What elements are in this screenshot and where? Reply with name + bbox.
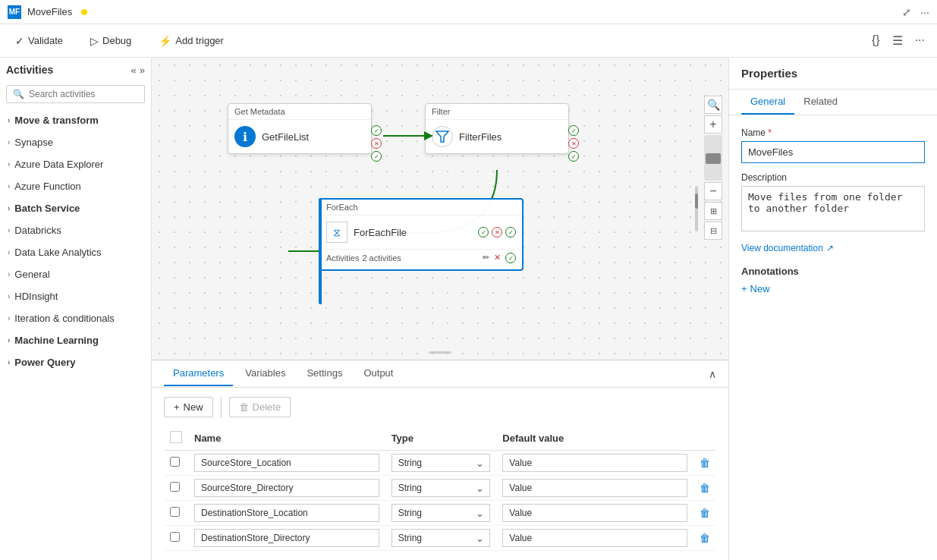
complete-indicator: ✓ <box>505 227 516 238</box>
code-view-icon[interactable]: {} <box>869 30 883 51</box>
properties-header: Properties <box>729 58 937 90</box>
sidebar-item-hdinsight[interactable]: › HDInsight <box>0 285 151 307</box>
name-label: Name * <box>741 127 925 138</box>
name-input[interactable] <box>741 141 925 163</box>
fit-view-button[interactable]: ⊞ <box>704 202 722 220</box>
sidebar-item-power-query[interactable]: › Power Query <box>0 351 151 373</box>
zoom-in-button[interactable]: + <box>704 115 722 134</box>
add-annotation-button[interactable]: + New <box>741 283 925 294</box>
row-type-select-wrapper-2: String Bool Int Float Array Object Secur… <box>391 504 491 522</box>
filter-activity[interactable]: Filter FilterFiles ✓ ✕ ✓ <box>425 103 569 154</box>
sidebar-item-data-lake-analytics[interactable]: › Data Lake Analytics <box>0 241 151 263</box>
row-default-input-0[interactable] <box>502 454 687 472</box>
delete-foreach-icon[interactable]: ✕ <box>494 253 501 263</box>
zoom-search-icon[interactable]: 🔍 <box>704 96 722 114</box>
success-indicator: ✓ <box>478 227 489 238</box>
foreach-body: ⧖ ForEachFile ✓ ✕ ✓ <box>320 216 522 249</box>
tab-settings[interactable]: Settings <box>297 361 351 386</box>
complete-indicator: ✓ <box>568 151 579 162</box>
delete-row-button-1[interactable]: 🗑 <box>700 482 710 494</box>
tab-variables[interactable]: Variables <box>236 361 294 386</box>
sidebar-item-azure-function[interactable]: › Azure Function <box>0 175 151 197</box>
chevron-icon: › <box>8 204 10 212</box>
sidebar-item-label: General <box>14 269 49 280</box>
search-input[interactable] <box>29 89 143 99</box>
sidebar-item-batch-service[interactable]: › Batch Service <box>0 197 151 219</box>
row-checkbox-2[interactable] <box>170 507 180 517</box>
row-checkbox-1[interactable] <box>170 482 180 492</box>
row-name-input-2[interactable] <box>194 504 379 522</box>
row-checkbox-0[interactable] <box>170 457 180 467</box>
zoom-out-button[interactable]: − <box>704 182 722 200</box>
row-default-input-1[interactable] <box>502 479 687 497</box>
new-parameter-button[interactable]: + New <box>164 397 213 417</box>
row-default-input-2[interactable] <box>502 504 687 522</box>
sidebar-item-databricks[interactable]: › Databricks <box>0 219 151 241</box>
row-name-input-3[interactable] <box>194 529 379 547</box>
edit-foreach-icon[interactable]: ✏ <box>483 253 489 263</box>
scroll-track <box>695 186 698 231</box>
chevron-icon: › <box>8 292 10 300</box>
layout-button[interactable]: ⊟ <box>704 222 722 240</box>
row-name-input-1[interactable] <box>194 479 379 497</box>
description-textarea[interactable]: Move files from one folder to another fo… <box>741 186 925 231</box>
validate-button[interactable]: ✓ Validate <box>9 32 69 50</box>
chevron-icon: › <box>8 138 10 146</box>
collapse-icon[interactable]: « <box>131 64 137 76</box>
fail-indicator: ✕ <box>492 227 502 238</box>
sidebar-item-azure-data-explorer[interactable]: › Azure Data Explorer <box>0 153 151 175</box>
chevron-icon: › <box>8 116 10 124</box>
more-icon[interactable]: ··· <box>912 30 928 51</box>
plus-icon: + <box>741 283 747 294</box>
more-options-icon[interactable]: ··· <box>920 6 929 18</box>
sidebar-item-synapse[interactable]: › Synapse <box>0 131 151 153</box>
sidebar-item-iteration-conditionals[interactable]: › Iteration & conditionals <box>0 307 151 329</box>
sidebar-item-move-transform[interactable]: › Move & transform <box>0 109 151 131</box>
sidebar-item-label: Iteration & conditionals <box>14 313 115 324</box>
row-default-input-3[interactable] <box>502 529 687 547</box>
chevron-icon: › <box>8 358 10 367</box>
zoom-thumb <box>706 153 721 164</box>
node-body: ℹ GetFileList <box>228 120 371 153</box>
expand-icon[interactable]: » <box>140 64 145 76</box>
tab-output[interactable]: Output <box>354 361 402 386</box>
prop-tab-general[interactable]: General <box>741 90 794 115</box>
sidebar-item-machine-learning[interactable]: › Machine Learning <box>0 329 151 351</box>
required-marker: * <box>766 127 772 138</box>
collapse-panel-icon[interactable]: ∧ <box>709 368 716 380</box>
row-type-select-2[interactable]: String Bool Int Float Array Object Secur… <box>391 504 491 522</box>
get-metadata-activity[interactable]: Get Metadata ℹ GetFileList ✓ ✕ ✓ <box>228 103 372 154</box>
select-all-checkbox[interactable] <box>170 431 182 443</box>
chevron-icon: › <box>8 226 10 234</box>
row-type-select-1[interactable]: String Bool Int Float Array Object Secur… <box>391 479 491 497</box>
sidebar-item-label: Data Lake Analytics <box>14 247 101 258</box>
foreach-container[interactable]: ForEach ⧖ ForEachFile ✓ ✕ ✓ Activities 2… <box>319 198 524 271</box>
debug-label: Debug <box>102 35 131 46</box>
foreach-complete-indicator: ✓ <box>505 253 516 263</box>
app-title: MoveFiles <box>27 6 72 17</box>
row-name-input-0[interactable] <box>194 454 379 472</box>
foreach-header: ForEach <box>320 200 522 216</box>
debug-button[interactable]: ▷ Debug <box>84 32 137 50</box>
tab-parameters[interactable]: Parameters <box>164 361 233 386</box>
delete-parameter-button[interactable]: 🗑 Delete <box>229 397 291 417</box>
properties-title: Properties <box>741 67 797 80</box>
add-trigger-button[interactable]: ⚡ Add trigger <box>152 32 230 50</box>
chevron-icon: › <box>8 270 10 278</box>
row-type-select-3[interactable]: String Bool Int Float Array Object Secur… <box>391 529 491 547</box>
delete-row-button-0[interactable]: 🗑 <box>700 457 710 469</box>
list-view-icon[interactable]: ☰ <box>889 30 906 51</box>
row-type-select-0[interactable]: String Bool Int Float Array Object Secur… <box>391 454 491 472</box>
canvas[interactable]: Get Metadata ℹ GetFileList ✓ ✕ ✓ Fi <box>152 58 728 360</box>
row-checkbox-3[interactable] <box>170 532 180 542</box>
view-documentation-link[interactable]: View documentation ↗ <box>741 243 925 253</box>
toolbar: ✓ Validate ▷ Debug ⚡ Add trigger {} ☰ ··… <box>0 24 937 58</box>
sidebar-item-general[interactable]: › General <box>0 263 151 285</box>
col-default: Default value <box>496 426 693 451</box>
sidebar-item-label: Power Query <box>14 357 75 368</box>
prop-tab-related[interactable]: Related <box>794 90 847 115</box>
delete-row-button-3[interactable]: 🗑 <box>700 532 710 544</box>
delete-row-button-2[interactable]: 🗑 <box>700 507 710 519</box>
annotations-title: Annotations <box>741 266 925 277</box>
expand-icon[interactable]: ⤢ <box>902 6 911 18</box>
